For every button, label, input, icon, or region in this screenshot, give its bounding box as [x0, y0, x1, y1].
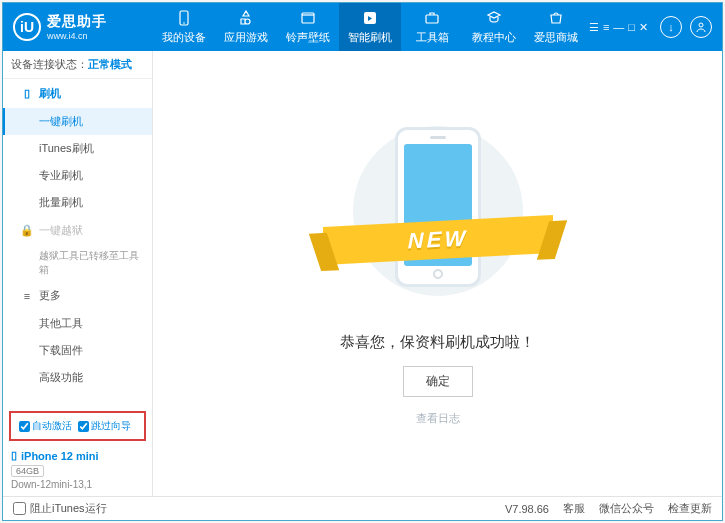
device-sub: Down-12mini-13,1: [11, 479, 144, 490]
store-icon: [547, 9, 565, 27]
nav-store[interactable]: 爱思商城: [525, 3, 587, 51]
tutorial-icon: [485, 9, 503, 27]
device-capacity: 64GB: [11, 465, 44, 477]
success-illustration: NEW: [363, 121, 513, 301]
device-panel: ▯ iPhone 12 mini 64GB Down-12mini-13,1: [3, 443, 152, 496]
status-bar: 阻止iTunes运行 V7.98.66 客服 微信公众号 检查更新: [3, 496, 722, 520]
sidebar-item-itunes-flash[interactable]: iTunes刷机: [3, 135, 152, 162]
content-area: NEW 恭喜您，保资料刷机成功啦！ 确定 查看日志: [153, 51, 722, 496]
options-row: 自动激活 跳过向导: [9, 411, 146, 441]
status-support[interactable]: 客服: [563, 501, 585, 516]
media-icon: [299, 9, 317, 27]
connection-status: 设备连接状态：正常模式: [3, 51, 152, 79]
phone-icon: [175, 9, 193, 27]
app-url: www.i4.cn: [47, 31, 107, 41]
sidebar-item-pro-flash[interactable]: 专业刷机: [3, 162, 152, 189]
minimize-icon[interactable]: —: [613, 21, 624, 34]
sidebar-section-more[interactable]: ≡ 更多: [3, 281, 152, 310]
block-itunes-checkbox[interactable]: 阻止iTunes运行: [13, 501, 107, 516]
titlebar-right: ☰ ≡ — □ ✕ ↓: [589, 16, 722, 38]
view-log-link[interactable]: 查看日志: [416, 411, 460, 426]
lock-icon: 🔒: [21, 225, 33, 237]
app-name: 爱思助手: [47, 13, 107, 31]
device-name[interactable]: ▯ iPhone 12 mini: [11, 449, 144, 462]
svg-point-5: [699, 23, 703, 27]
version-label: V7.98.66: [505, 503, 549, 515]
sidebar: 设备连接状态：正常模式 ▯ 刷机 一键刷机 iTunes刷机 专业刷机 批量刷机…: [3, 51, 153, 496]
nav-my-device[interactable]: 我的设备: [153, 3, 215, 51]
jailbreak-note: 越狱工具已转移至工具箱: [3, 245, 152, 281]
toolbox-icon: [423, 9, 441, 27]
status-wechat[interactable]: 微信公众号: [599, 501, 654, 516]
apps-icon: [237, 9, 255, 27]
sidebar-item-batch-flash[interactable]: 批量刷机: [3, 189, 152, 216]
body: 设备连接状态：正常模式 ▯ 刷机 一键刷机 iTunes刷机 专业刷机 批量刷机…: [3, 51, 722, 496]
device-phone-icon: ▯: [11, 449, 17, 462]
skip-guide-checkbox[interactable]: 跳过向导: [78, 419, 131, 433]
close-icon[interactable]: ✕: [639, 21, 648, 34]
user-button[interactable]: [690, 16, 712, 38]
sidebar-section-flash[interactable]: ▯ 刷机: [3, 79, 152, 108]
download-button[interactable]: ↓: [660, 16, 682, 38]
titlebar: iU 爱思助手 www.i4.cn 我的设备 应用游戏 铃声壁纸 智能刷机 工具…: [3, 3, 722, 51]
auto-activate-checkbox[interactable]: 自动激活: [19, 419, 72, 433]
status-check-update[interactable]: 检查更新: [668, 501, 712, 516]
sidebar-item-download-firmware[interactable]: 下载固件: [3, 337, 152, 364]
main-nav: 我的设备 应用游戏 铃声壁纸 智能刷机 工具箱 教程中心 爱思商城: [153, 3, 589, 51]
more-icon: ≡: [21, 290, 33, 302]
flash-icon: [361, 9, 379, 27]
sidebar-item-oneclick-flash[interactable]: 一键刷机: [3, 108, 152, 135]
confirm-button[interactable]: 确定: [403, 366, 473, 397]
nav-smart-flash[interactable]: 智能刷机: [339, 3, 401, 51]
maximize-icon[interactable]: □: [628, 21, 635, 34]
app-window: iU 爱思助手 www.i4.cn 我的设备 应用游戏 铃声壁纸 智能刷机 工具…: [2, 2, 723, 521]
nav-apps-games[interactable]: 应用游戏: [215, 3, 277, 51]
sidebar-item-advanced[interactable]: 高级功能: [3, 364, 152, 391]
nav-ringtones-wallpapers[interactable]: 铃声壁纸: [277, 3, 339, 51]
svg-rect-4: [426, 15, 438, 23]
logo: iU 爱思助手 www.i4.cn: [3, 13, 153, 41]
sidebar-item-other-tools[interactable]: 其他工具: [3, 310, 152, 337]
svg-point-1: [183, 22, 185, 24]
window-controls: ☰ ≡ — □ ✕: [589, 21, 648, 34]
sidebar-section-jailbreak[interactable]: 🔒 一键越狱: [3, 216, 152, 245]
success-message: 恭喜您，保资料刷机成功啦！: [340, 333, 535, 352]
nav-toolbox[interactable]: 工具箱: [401, 3, 463, 51]
nav-tutorials[interactable]: 教程中心: [463, 3, 525, 51]
menu-icon[interactable]: ☰: [589, 21, 599, 34]
logo-icon: iU: [13, 13, 41, 41]
settings-icon[interactable]: ≡: [603, 21, 609, 34]
phone-small-icon: ▯: [21, 88, 33, 100]
